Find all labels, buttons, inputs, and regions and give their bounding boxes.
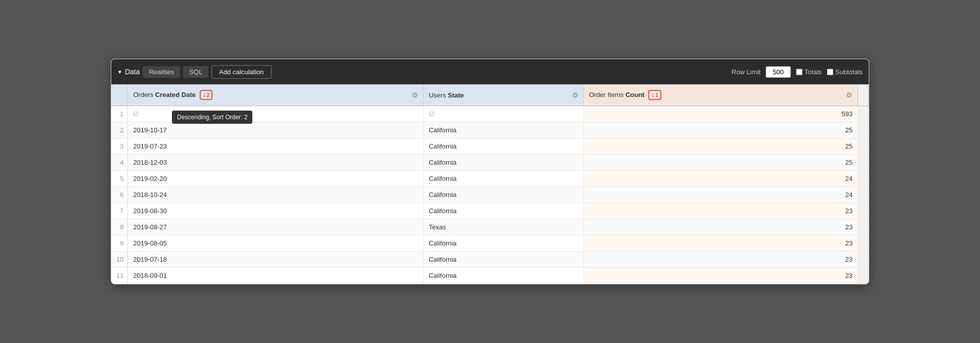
table-header-row: Orders Created Date ↓ 2 ⚙ xyxy=(111,84,869,106)
state-cell: California xyxy=(423,170,584,186)
table-row: 11 2018-09-01 California 23 xyxy=(111,267,869,283)
table-row: 10 2019-07-18 California 23 xyxy=(111,251,869,267)
row-limit-label: Row Limit xyxy=(732,68,761,76)
count-cell: 24 xyxy=(584,186,858,203)
row-num-cell: 1 xyxy=(111,106,128,122)
triangle-icon: ▼ xyxy=(117,69,122,75)
date-cell: 2019-08-27 xyxy=(128,219,423,235)
table-row: 8 2019-08-27 Texas 23 xyxy=(111,219,869,235)
state-cell: ∅ xyxy=(423,106,584,122)
row-num-cell: 11 xyxy=(111,267,128,283)
row-num-cell: 4 xyxy=(111,154,128,170)
add-calculation-button[interactable]: Add calculation xyxy=(211,65,271,79)
subtotals-checkbox-label[interactable]: Subtotals xyxy=(827,68,863,76)
scrollbar-header xyxy=(858,84,869,106)
date-cell: 2018-12-03 xyxy=(128,154,423,170)
date-cell: 2019-02-20 xyxy=(128,170,423,186)
row-num-cell: 5 xyxy=(111,170,128,186)
sql-tab[interactable]: SQL xyxy=(183,66,208,78)
table-container: Descending, Sort Order: 2 Orders Created… xyxy=(111,84,869,284)
row-limit-input[interactable] xyxy=(766,66,791,78)
scrollbar-cell xyxy=(858,267,869,283)
row-num-cell: 10 xyxy=(111,251,128,267)
data-table: Orders Created Date ↓ 2 ⚙ xyxy=(111,84,869,284)
count-cell: 23 xyxy=(584,219,858,235)
table-row: 9 2019-08-05 California 23 xyxy=(111,235,869,251)
state-cell: California xyxy=(423,186,584,203)
col-title-orders-created-date: Orders Created Date ↓ 2 xyxy=(133,90,212,100)
toolbar: ▼ Data Realities SQL Add calculation Row… xyxy=(111,59,869,84)
col-title-users-state: Users State xyxy=(429,91,464,99)
toolbar-right: Row Limit Totals Subtotals xyxy=(732,66,863,78)
subtotals-checkbox[interactable] xyxy=(827,69,833,75)
date-cell: 2019-07-18 xyxy=(128,251,423,267)
row-num-cell: 8 xyxy=(111,219,128,235)
scrollbar-cell xyxy=(858,170,869,186)
data-toggle[interactable]: ▼ Data xyxy=(117,68,140,76)
scrollbar-cell xyxy=(858,138,869,154)
sort-badge-order-items-count[interactable]: ↓ 1 xyxy=(648,90,661,100)
count-cell: 24 xyxy=(584,170,858,186)
sort-down-icon-count: ↓ xyxy=(651,91,654,99)
date-cell: ∅ xyxy=(128,106,423,122)
state-cell: California xyxy=(423,235,584,251)
date-cell: 2018-10-24 xyxy=(128,186,423,203)
state-cell: California xyxy=(423,122,584,138)
table-row: 3 2019-07-23 California 25 xyxy=(111,138,869,154)
state-cell: California xyxy=(423,267,584,283)
gear-icon-users-state[interactable]: ⚙ xyxy=(572,91,578,99)
row-num-header xyxy=(111,84,128,106)
count-cell: 23 xyxy=(584,203,858,219)
row-num-cell: 3 xyxy=(111,138,128,154)
row-num-cell: 6 xyxy=(111,186,128,203)
count-cell: 23 xyxy=(584,267,858,283)
scrollbar-cell xyxy=(858,122,869,138)
col-title-order-items-count: Order Items Count ↓ 1 xyxy=(589,90,661,100)
table-row: 1 ∅ ∅ 593 xyxy=(111,106,869,122)
main-window: ▼ Data Realities SQL Add calculation Row… xyxy=(111,59,869,284)
count-cell: 23 xyxy=(584,235,858,251)
state-cell: California xyxy=(423,203,584,219)
totals-checkbox-label[interactable]: Totals xyxy=(796,68,822,76)
row-num-cell: 9 xyxy=(111,235,128,251)
date-cell: 2019-08-30 xyxy=(128,203,423,219)
gear-icon-orders-created-date[interactable]: ⚙ xyxy=(412,91,418,99)
date-cell: 2019-08-05 xyxy=(128,235,423,251)
scrollbar-cell xyxy=(858,251,869,267)
state-cell: California xyxy=(423,138,584,154)
table-row: 2 2019-10-17 California 25 xyxy=(111,122,869,138)
scrollbar-cell xyxy=(858,154,869,170)
state-cell: California xyxy=(423,251,584,267)
date-cell: 2019-07-23 xyxy=(128,138,423,154)
scrollbar-cell xyxy=(858,203,869,219)
sort-down-icon: ↓ xyxy=(203,91,206,99)
count-cell: 23 xyxy=(584,251,858,267)
sort-num-orders-created-date: 2 xyxy=(207,92,210,98)
table-body: 1 ∅ ∅ 593 2 2019-10-17 California 25 3 2… xyxy=(111,106,869,283)
col-header-order-items-count: Order Items Count ↓ 1 ⚙ xyxy=(584,84,858,106)
toolbar-left: ▼ Data Realities SQL Add calculation xyxy=(117,65,728,79)
date-cell: 2019-10-17 xyxy=(128,122,423,138)
row-num-cell: 2 xyxy=(111,122,128,138)
date-cell: 2018-09-01 xyxy=(128,267,423,283)
state-cell: California xyxy=(423,154,584,170)
col-header-users-state: Users State ⚙ xyxy=(423,84,584,106)
realities-tab[interactable]: Realities xyxy=(143,66,180,78)
count-cell: 25 xyxy=(584,154,858,170)
row-num-cell: 7 xyxy=(111,203,128,219)
sort-num-order-items-count: 1 xyxy=(655,92,658,98)
sort-badge-orders-created-date[interactable]: ↓ 2 xyxy=(200,90,213,100)
table-row: 5 2019-02-20 California 24 xyxy=(111,170,869,186)
count-cell: 25 xyxy=(584,122,858,138)
scrollbar-cell xyxy=(858,106,869,122)
table-row: 4 2018-12-03 California 25 xyxy=(111,154,869,170)
gear-icon-order-items-count[interactable]: ⚙ xyxy=(846,91,853,99)
state-cell: Texas xyxy=(423,219,584,235)
count-cell: 593 xyxy=(584,106,858,122)
subtotals-label: Subtotals xyxy=(835,68,863,76)
totals-checkbox[interactable] xyxy=(796,69,803,75)
scrollbar-cell xyxy=(858,219,869,235)
totals-label: Totals xyxy=(805,68,822,76)
scrollbar-cell xyxy=(858,235,869,251)
count-cell: 25 xyxy=(584,138,858,154)
